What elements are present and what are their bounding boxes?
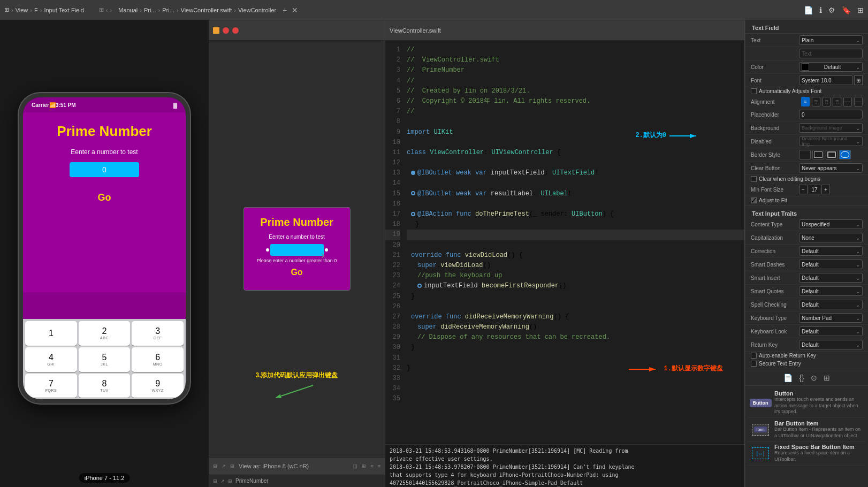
bracket-icon[interactable]: {}	[799, 374, 804, 382]
inspector-keyboard-type-label: Keyboard Type	[751, 315, 799, 321]
tab-pri1[interactable]: Pri...	[144, 7, 156, 13]
adjust-fit-label: Adjust to Fit	[759, 197, 787, 203]
dynamic-type-checkbox[interactable]	[751, 88, 757, 94]
inspector-min-font-label: Min Font Size	[751, 187, 799, 193]
key-0[interactable]: 0	[79, 399, 131, 404]
preview-warning: Please enter a number greater than 0	[257, 258, 337, 263]
align-auto-button[interactable]: —	[854, 97, 863, 106]
code-line: }	[407, 343, 744, 353]
breadcrumb-input-text-field[interactable]: Input Text Field	[44, 7, 83, 13]
key-1[interactable]: 1	[25, 321, 77, 346]
key-4[interactable]: 4 GHI	[25, 347, 77, 372]
inspector-color-row: Color Default	[745, 60, 868, 74]
palette-fixed-space-item[interactable]: |↔| Fixed Space Bar Button Item Represen…	[748, 442, 866, 465]
preview-input-field[interactable]	[270, 244, 324, 256]
bookmark-icon[interactable]: 🔖	[842, 6, 851, 14]
secure-text-label: Secure Text Entry	[759, 361, 801, 367]
inspector-return-key-value[interactable]: Default	[799, 340, 863, 349]
code-line: // Copyright © 2018年 lin. All rights res…	[407, 96, 744, 106]
tab-manual[interactable]: Manual	[118, 7, 138, 13]
tab-viewcontroller[interactable]: ViewController	[238, 7, 276, 13]
align-left-button[interactable]: ≡	[801, 97, 810, 106]
inspector-content-type-label: Content Type	[751, 222, 799, 227]
min-font-increment[interactable]: +	[821, 185, 830, 194]
inspector-smart-insert-value[interactable]: Default	[799, 273, 863, 283]
align-natural-button[interactable]: —	[843, 97, 852, 106]
inspector-placeholder-value[interactable]: 0	[799, 110, 863, 119]
inspector-background-value[interactable]: Background Image	[799, 123, 863, 133]
align-right-button[interactable]: ≡	[823, 97, 831, 106]
border-none-button[interactable]	[799, 150, 811, 159]
inspector-capitalization-value[interactable]: None	[799, 233, 863, 242]
inspector-smart-quotes-value[interactable]: Default	[799, 286, 863, 296]
inspector-capitalization-label: Capitalization	[751, 235, 799, 241]
inspector-smart-dashes-value[interactable]: Default	[799, 260, 863, 269]
preview-go-button[interactable]: Go	[291, 268, 302, 277]
inspector-spell-checking-value[interactable]: Default	[799, 300, 863, 309]
key-7[interactable]: 7 PQRS	[25, 374, 77, 398]
key-3[interactable]: 3 DEF	[132, 321, 184, 346]
app-go-button[interactable]: Go	[98, 192, 111, 203]
inspector-font-value[interactable]: System 18.0	[799, 75, 853, 85]
align-justify-button[interactable]: ≡	[833, 97, 841, 106]
svg-line-1	[281, 385, 313, 396]
palette-bar-button-item[interactable]: Item Bar Button Item Bar Button Item - R…	[748, 418, 866, 442]
clear-editing-checkbox[interactable]	[751, 176, 757, 182]
breadcrumb-f[interactable]: F	[34, 7, 38, 13]
bar-button-palette-title: Bar Button Item	[774, 420, 863, 427]
key-5[interactable]: 5 JKL	[79, 347, 131, 372]
inspector-keyboard-look-value[interactable]: Default	[799, 326, 863, 336]
inspector-correction-row: Correction Default	[745, 245, 868, 258]
settings-icon[interactable]: ⚙	[828, 6, 835, 14]
breadcrumb-item[interactable]: ⊞	[4, 6, 9, 13]
inspector-icon-row: 📄 {} ⊙ ⊞	[745, 370, 868, 385]
close-tab-button[interactable]: ✕	[292, 6, 298, 14]
inspector-color-value[interactable]: Default	[799, 62, 863, 72]
circle-icon[interactable]: ⊙	[811, 374, 817, 382]
border-rounded-button[interactable]	[839, 150, 851, 159]
button-palette-icon: Button	[751, 395, 770, 410]
inspector-smart-insert-label: Smart Insert	[751, 275, 799, 281]
app-title: Prime Number	[57, 123, 152, 140]
palette-button-item[interactable]: Button Button Intercepts touch events an…	[748, 388, 866, 418]
secure-text-checkbox[interactable]	[751, 361, 757, 367]
breadcrumb-view[interactable]: View	[16, 7, 28, 13]
bar-button-palette-text: Bar Button Item Bar Button Item - Repres…	[774, 420, 863, 439]
add-tab-button[interactable]: +	[283, 6, 287, 14]
inspector-clear-button-label: Clear Button	[751, 165, 799, 171]
inspector-content-type-value[interactable]: Unspecified	[799, 219, 863, 229]
file2-icon[interactable]: 📄	[783, 374, 793, 382]
key-delete[interactable]: ⌫	[132, 399, 184, 404]
file-icon[interactable]: 📄	[804, 6, 813, 14]
key-6[interactable]: 6 MNO	[132, 347, 184, 372]
key-8[interactable]: 8 TUV	[79, 374, 131, 398]
border-line-button[interactable]	[812, 150, 824, 159]
code-line	[407, 199, 744, 209]
tab-viewcontroller-swift[interactable]: ViewController.swift	[181, 7, 232, 13]
code-line: super.didReceiveMemoryWarning()	[407, 322, 744, 332]
align-center-button[interactable]: ≡	[812, 97, 820, 106]
key-2[interactable]: 2 ABC	[79, 321, 131, 346]
inspector-keyboard-type-value[interactable]: Number Pad	[799, 313, 863, 323]
adjust-fit-checkbox[interactable]: ✓	[751, 197, 757, 203]
auto-enable-checkbox[interactable]	[751, 353, 757, 359]
inspector-panel: Text Field Text Plain Text Color Default…	[745, 20, 868, 487]
tab-pri2[interactable]: Pri...	[162, 7, 174, 13]
inspector-text-value[interactable]: Plain	[799, 35, 863, 45]
inspector-clear-button-value[interactable]: Never appears	[799, 163, 863, 173]
inspector-disabled-value[interactable]: Disabled Background Img...	[799, 136, 863, 146]
inspector-correction-value[interactable]: Default	[799, 246, 863, 256]
top-bar: ⊞ › View › F › Input Text Field ⊞ ‹ › Ma…	[0, 0, 868, 20]
green-arrow-icon	[276, 380, 318, 401]
min-font-decrement[interactable]: −	[799, 185, 808, 194]
key-9[interactable]: 9 WXYZ	[132, 374, 184, 398]
app-input[interactable]: 0	[70, 162, 139, 177]
grid3-icon[interactable]: ⊞	[824, 374, 830, 382]
font-size-stepper-button[interactable]: ⊞	[854, 75, 863, 85]
border-bezel-button[interactable]	[826, 150, 837, 159]
info-icon[interactable]: ℹ	[819, 6, 822, 14]
view-as-label: View as: iPhone 8 (wC nR)	[239, 463, 309, 469]
inspector-text-input[interactable]: Text	[799, 49, 863, 58]
grid2-icon[interactable]: ⊞	[857, 6, 864, 14]
preview-subtitle: Eenter a number to test	[269, 234, 325, 240]
